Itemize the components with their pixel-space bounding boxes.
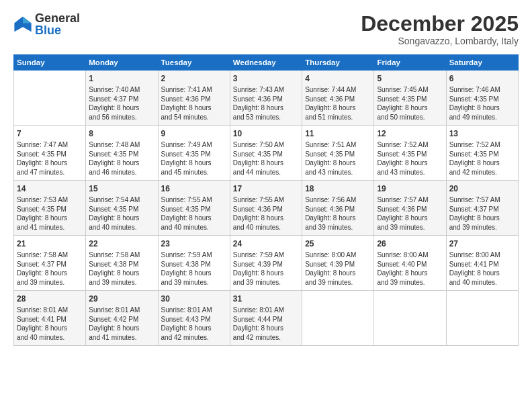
calendar-cell: 19Sunrise: 7:57 AMSunset: 4:36 PMDayligh…: [374, 181, 446, 236]
cell-line: Sunset: 4:38 PM: [89, 260, 154, 269]
cell-line: Sunrise: 8:01 AM: [89, 306, 154, 315]
cell-content: Sunrise: 7:44 AMSunset: 4:36 PMDaylight:…: [305, 85, 371, 122]
day-number: 24: [233, 238, 299, 249]
cell-content: Sunrise: 7:49 AMSunset: 4:35 PMDaylight:…: [161, 140, 227, 177]
cell-line: Daylight: 8 hours: [377, 158, 443, 168]
cell-line: Sunset: 4:35 PM: [233, 150, 299, 159]
cell-content: Sunrise: 7:59 AMSunset: 4:39 PMDaylight:…: [233, 250, 299, 287]
day-number: 6: [449, 73, 515, 84]
cell-line: and 40 minutes.: [17, 333, 83, 342]
cell-line: and 39 minutes.: [17, 278, 83, 287]
cell-line: Sunset: 4:40 PM: [377, 260, 443, 269]
day-number: 15: [89, 183, 154, 194]
day-number: 27: [449, 238, 515, 249]
day-number: 31: [233, 293, 299, 304]
calendar-cell: 27Sunrise: 8:00 AMSunset: 4:41 PMDayligh…: [446, 236, 518, 291]
cell-line: Sunrise: 7:57 AM: [449, 195, 515, 205]
cell-line: Sunset: 4:35 PM: [17, 205, 83, 214]
cell-line: and 41 minutes.: [89, 333, 154, 342]
cell-line: Sunrise: 7:40 AM: [89, 85, 154, 95]
cell-line: Sunset: 4:35 PM: [17, 150, 83, 159]
calendar-cell: 28Sunrise: 8:01 AMSunset: 4:41 PMDayligh…: [14, 291, 86, 346]
cell-content: Sunrise: 7:55 AMSunset: 4:36 PMDaylight:…: [233, 195, 299, 232]
cell-line: and 39 minutes.: [377, 223, 443, 232]
weekday-header-tuesday: Tuesday: [158, 55, 230, 71]
calendar-week-3: 14Sunrise: 7:53 AMSunset: 4:35 PMDayligh…: [14, 181, 519, 236]
calendar-cell: 26Sunrise: 8:00 AMSunset: 4:40 PMDayligh…: [374, 236, 446, 291]
cell-line: and 47 minutes.: [17, 168, 83, 177]
day-number: 11: [305, 128, 371, 139]
day-number: 7: [17, 128, 83, 139]
day-number: 3: [233, 73, 299, 84]
cell-content: Sunrise: 8:01 AMSunset: 4:44 PMDaylight:…: [233, 306, 299, 342]
cell-line: Daylight: 8 hours: [233, 324, 299, 333]
cell-line: Sunset: 4:41 PM: [449, 260, 515, 269]
cell-line: Sunrise: 7:52 AM: [449, 140, 515, 150]
cell-line: Sunrise: 7:43 AM: [233, 85, 299, 95]
cell-line: Daylight: 8 hours: [161, 269, 227, 278]
cell-line: Sunset: 4:39 PM: [233, 260, 299, 269]
cell-content: Sunrise: 7:53 AMSunset: 4:35 PMDaylight:…: [17, 195, 83, 232]
cell-line: Sunset: 4:38 PM: [161, 260, 227, 269]
cell-line: Sunrise: 7:55 AM: [233, 195, 299, 205]
cell-content: Sunrise: 7:51 AMSunset: 4:35 PMDaylight:…: [305, 140, 371, 177]
cell-line: Sunset: 4:35 PM: [377, 95, 443, 104]
cell-line: Daylight: 8 hours: [233, 214, 299, 223]
cell-line: Sunset: 4:36 PM: [161, 95, 227, 104]
cell-content: Sunrise: 8:01 AMSunset: 4:43 PMDaylight:…: [161, 306, 227, 342]
header: General Blue December 2025 Songavazzo, L…: [13, 12, 519, 46]
cell-line: Daylight: 8 hours: [17, 269, 83, 278]
day-number: 13: [449, 128, 515, 139]
cell-line: Sunset: 4:35 PM: [161, 150, 227, 159]
weekday-header-sunday: Sunday: [14, 55, 86, 71]
calendar-cell: 25Sunrise: 8:00 AMSunset: 4:39 PMDayligh…: [302, 236, 374, 291]
calendar-cell: 5Sunrise: 7:45 AMSunset: 4:35 PMDaylight…: [374, 71, 446, 126]
cell-line: Sunset: 4:35 PM: [449, 95, 515, 104]
cell-content: Sunrise: 7:40 AMSunset: 4:37 PMDaylight:…: [89, 85, 154, 122]
weekday-header-saturday: Saturday: [446, 55, 518, 71]
cell-content: Sunrise: 8:01 AMSunset: 4:42 PMDaylight:…: [89, 306, 154, 342]
cell-line: Sunrise: 7:45 AM: [377, 85, 443, 95]
calendar-week-2: 7Sunrise: 7:47 AMSunset: 4:35 PMDaylight…: [14, 126, 519, 181]
cell-line: Daylight: 8 hours: [305, 103, 371, 113]
cell-line: Sunrise: 7:54 AM: [89, 195, 154, 205]
calendar-header: SundayMondayTuesdayWednesdayThursdayFrid…: [14, 55, 519, 71]
cell-line: Sunset: 4:37 PM: [17, 260, 83, 269]
cell-line: Sunset: 4:43 PM: [161, 315, 227, 324]
cell-line: Sunrise: 7:46 AM: [449, 85, 515, 95]
calendar: SundayMondayTuesdayWednesdayThursdayFrid…: [13, 54, 519, 346]
page: General Blue December 2025 Songavazzo, L…: [0, 0, 532, 411]
cell-line: Sunrise: 7:49 AM: [161, 140, 227, 150]
calendar-cell: 15Sunrise: 7:54 AMSunset: 4:35 PMDayligh…: [86, 181, 158, 236]
calendar-cell: [446, 291, 518, 346]
cell-line: Sunrise: 7:57 AM: [377, 195, 443, 205]
cell-line: and 40 minutes.: [161, 223, 227, 232]
cell-line: and 39 minutes.: [305, 278, 371, 287]
day-number: 22: [89, 238, 154, 249]
cell-line: Sunrise: 7:58 AM: [17, 250, 83, 260]
day-number: 2: [161, 73, 227, 84]
calendar-week-4: 21Sunrise: 7:58 AMSunset: 4:37 PMDayligh…: [14, 236, 519, 291]
day-number: 8: [89, 128, 154, 139]
logo: General Blue: [13, 12, 80, 36]
day-number: 19: [377, 183, 443, 194]
cell-line: and 43 minutes.: [377, 168, 443, 177]
cell-line: Sunrise: 8:01 AM: [161, 306, 227, 315]
cell-line: and 44 minutes.: [233, 168, 299, 177]
cell-line: Daylight: 8 hours: [449, 214, 515, 223]
calendar-cell: [302, 291, 374, 346]
cell-line: Daylight: 8 hours: [233, 103, 299, 113]
cell-line: Sunrise: 8:00 AM: [449, 250, 515, 260]
cell-line: Sunrise: 7:48 AM: [89, 140, 154, 150]
day-number: 21: [17, 238, 83, 249]
cell-content: Sunrise: 8:00 AMSunset: 4:40 PMDaylight:…: [377, 250, 443, 287]
cell-line: and 46 minutes.: [89, 168, 154, 177]
title-block: December 2025 Songavazzo, Lombardy, Ital…: [361, 12, 519, 46]
calendar-cell: 1Sunrise: 7:40 AMSunset: 4:37 PMDaylight…: [86, 71, 158, 126]
day-number: 14: [17, 183, 83, 194]
weekday-header-thursday: Thursday: [302, 55, 374, 71]
day-number: 18: [305, 183, 371, 194]
calendar-cell: 6Sunrise: 7:46 AMSunset: 4:35 PMDaylight…: [446, 71, 518, 126]
day-number: 29: [89, 293, 154, 304]
calendar-week-1: 1Sunrise: 7:40 AMSunset: 4:37 PMDaylight…: [14, 71, 519, 126]
